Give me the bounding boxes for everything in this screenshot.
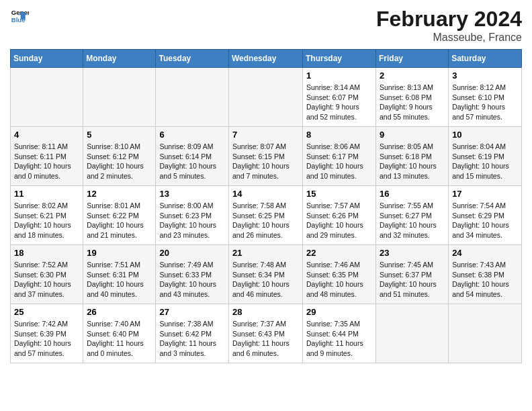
- week-row-3: 18Sunrise: 7:52 AMSunset: 6:30 PMDayligh…: [11, 245, 522, 304]
- day-info: Sunrise: 8:04 AMSunset: 6:19 PMDaylight:…: [452, 142, 518, 181]
- day-number: 12: [87, 189, 152, 199]
- calendar-cell: [229, 68, 303, 127]
- day-number: 11: [14, 189, 79, 199]
- calendar-cell: 14Sunrise: 7:58 AMSunset: 6:25 PMDayligh…: [229, 186, 303, 245]
- header-cell-tuesday: Tuesday: [156, 50, 229, 68]
- day-info: Sunrise: 7:35 AMSunset: 6:44 PMDaylight:…: [306, 319, 372, 359]
- title-area: February 2024 Masseube, France: [376, 7, 522, 44]
- calendar-cell: 11Sunrise: 8:02 AMSunset: 6:21 PMDayligh…: [11, 186, 83, 245]
- calendar-cell: 27Sunrise: 7:38 AMSunset: 6:42 PMDayligh…: [156, 304, 229, 363]
- day-info: Sunrise: 8:11 AMSunset: 6:11 PMDaylight:…: [14, 142, 79, 181]
- day-info: Sunrise: 7:48 AMSunset: 6:34 PMDaylight:…: [232, 260, 299, 300]
- calendar-cell: [83, 68, 156, 127]
- day-number: 6: [159, 130, 225, 140]
- day-info: Sunrise: 7:54 AMSunset: 6:29 PMDaylight:…: [452, 201, 518, 240]
- header-cell-thursday: Thursday: [303, 50, 376, 68]
- header-row: SundayMondayTuesdayWednesdayThursdayFrid…: [11, 50, 522, 68]
- calendar-cell: 16Sunrise: 7:55 AMSunset: 6:27 PMDayligh…: [376, 186, 449, 245]
- page-header: General Blue February 2024 Masseube, Fra…: [10, 7, 522, 44]
- day-info: Sunrise: 7:51 AMSunset: 6:31 PMDaylight:…: [87, 260, 152, 300]
- calendar-cell: 13Sunrise: 8:00 AMSunset: 6:23 PMDayligh…: [156, 186, 229, 245]
- day-number: 13: [159, 189, 225, 199]
- day-number: 18: [14, 248, 79, 258]
- logo: General Blue: [10, 7, 29, 26]
- day-number: 4: [14, 130, 79, 140]
- day-number: 15: [306, 189, 372, 199]
- day-number: 1: [306, 71, 372, 81]
- month-title: February 2024: [376, 7, 522, 32]
- day-number: 25: [14, 307, 79, 317]
- calendar-cell: 18Sunrise: 7:52 AMSunset: 6:30 PMDayligh…: [11, 245, 83, 304]
- svg-text:General: General: [11, 9, 29, 16]
- day-number: 23: [380, 248, 445, 258]
- calendar-cell: [11, 68, 83, 127]
- day-info: Sunrise: 8:09 AMSunset: 6:14 PMDaylight:…: [159, 142, 225, 181]
- calendar-body: 1Sunrise: 8:14 AMSunset: 6:07 PMDaylight…: [11, 68, 522, 363]
- calendar-cell: 15Sunrise: 7:57 AMSunset: 6:26 PMDayligh…: [303, 186, 376, 245]
- location: Masseube, France: [376, 32, 522, 44]
- calendar-cell: 23Sunrise: 7:45 AMSunset: 6:37 PMDayligh…: [376, 245, 449, 304]
- calendar-cell: 25Sunrise: 7:42 AMSunset: 6:39 PMDayligh…: [11, 304, 83, 363]
- calendar-cell: 12Sunrise: 8:01 AMSunset: 6:22 PMDayligh…: [83, 186, 156, 245]
- day-number: 21: [232, 248, 299, 258]
- day-info: Sunrise: 8:02 AMSunset: 6:21 PMDaylight:…: [14, 201, 79, 240]
- day-number: 27: [159, 307, 225, 317]
- day-number: 24: [452, 248, 518, 258]
- calendar-header: SundayMondayTuesdayWednesdayThursdayFrid…: [11, 50, 522, 68]
- day-info: Sunrise: 7:43 AMSunset: 6:38 PMDaylight:…: [452, 260, 518, 300]
- calendar-table: SundayMondayTuesdayWednesdayThursdayFrid…: [10, 49, 522, 363]
- header-cell-saturday: Saturday: [449, 50, 522, 68]
- calendar-cell: 7Sunrise: 8:07 AMSunset: 6:15 PMDaylight…: [229, 127, 303, 186]
- week-row-0: 1Sunrise: 8:14 AMSunset: 6:07 PMDaylight…: [11, 68, 522, 127]
- day-number: 10: [452, 130, 518, 140]
- day-info: Sunrise: 7:38 AMSunset: 6:42 PMDaylight:…: [159, 319, 225, 359]
- header-cell-sunday: Sunday: [11, 50, 83, 68]
- day-number: 28: [232, 307, 299, 317]
- calendar-cell: 5Sunrise: 8:10 AMSunset: 6:12 PMDaylight…: [83, 127, 156, 186]
- day-number: 14: [232, 189, 299, 199]
- calendar-cell: 9Sunrise: 8:05 AMSunset: 6:18 PMDaylight…: [376, 127, 449, 186]
- day-info: Sunrise: 7:37 AMSunset: 6:43 PMDaylight:…: [232, 319, 299, 359]
- calendar-cell: [156, 68, 229, 127]
- calendar-cell: 20Sunrise: 7:49 AMSunset: 6:33 PMDayligh…: [156, 245, 229, 304]
- calendar-cell: [376, 304, 449, 363]
- day-info: Sunrise: 8:12 AMSunset: 6:10 PMDaylight:…: [452, 83, 518, 122]
- header-cell-wednesday: Wednesday: [229, 50, 303, 68]
- calendar-cell: [449, 304, 522, 363]
- day-info: Sunrise: 7:58 AMSunset: 6:25 PMDaylight:…: [232, 201, 299, 240]
- day-info: Sunrise: 8:00 AMSunset: 6:23 PMDaylight:…: [159, 201, 225, 240]
- day-number: 22: [306, 248, 372, 258]
- day-info: Sunrise: 7:52 AMSunset: 6:30 PMDaylight:…: [14, 260, 79, 300]
- day-info: Sunrise: 7:57 AMSunset: 6:26 PMDaylight:…: [306, 201, 372, 240]
- day-number: 2: [380, 71, 445, 81]
- logo-icon: General Blue: [10, 7, 29, 26]
- day-info: Sunrise: 7:42 AMSunset: 6:39 PMDaylight:…: [14, 319, 79, 359]
- day-number: 19: [87, 248, 152, 258]
- calendar-cell: 19Sunrise: 7:51 AMSunset: 6:31 PMDayligh…: [83, 245, 156, 304]
- calendar-cell: 29Sunrise: 7:35 AMSunset: 6:44 PMDayligh…: [303, 304, 376, 363]
- calendar-cell: 1Sunrise: 8:14 AMSunset: 6:07 PMDaylight…: [303, 68, 376, 127]
- day-info: Sunrise: 8:10 AMSunset: 6:12 PMDaylight:…: [87, 142, 152, 181]
- day-info: Sunrise: 7:45 AMSunset: 6:37 PMDaylight:…: [380, 260, 445, 300]
- day-number: 5: [87, 130, 152, 140]
- calendar-cell: 6Sunrise: 8:09 AMSunset: 6:14 PMDaylight…: [156, 127, 229, 186]
- day-info: Sunrise: 7:46 AMSunset: 6:35 PMDaylight:…: [306, 260, 372, 300]
- day-info: Sunrise: 8:13 AMSunset: 6:08 PMDaylight:…: [380, 83, 445, 122]
- calendar-cell: 17Sunrise: 7:54 AMSunset: 6:29 PMDayligh…: [449, 186, 522, 245]
- day-info: Sunrise: 8:05 AMSunset: 6:18 PMDaylight:…: [380, 142, 445, 181]
- calendar-cell: 24Sunrise: 7:43 AMSunset: 6:38 PMDayligh…: [449, 245, 522, 304]
- calendar-cell: 3Sunrise: 8:12 AMSunset: 6:10 PMDaylight…: [449, 68, 522, 127]
- day-info: Sunrise: 8:07 AMSunset: 6:15 PMDaylight:…: [232, 142, 299, 181]
- header-cell-monday: Monday: [83, 50, 156, 68]
- calendar-cell: 8Sunrise: 8:06 AMSunset: 6:17 PMDaylight…: [303, 127, 376, 186]
- week-row-2: 11Sunrise: 8:02 AMSunset: 6:21 PMDayligh…: [11, 186, 522, 245]
- calendar-cell: 26Sunrise: 7:40 AMSunset: 6:40 PMDayligh…: [83, 304, 156, 363]
- day-number: 3: [452, 71, 518, 81]
- calendar-cell: 21Sunrise: 7:48 AMSunset: 6:34 PMDayligh…: [229, 245, 303, 304]
- day-number: 20: [159, 248, 225, 258]
- day-number: 8: [306, 130, 372, 140]
- header-cell-friday: Friday: [376, 50, 449, 68]
- day-info: Sunrise: 7:49 AMSunset: 6:33 PMDaylight:…: [159, 260, 225, 300]
- calendar-cell: 2Sunrise: 8:13 AMSunset: 6:08 PMDaylight…: [376, 68, 449, 127]
- day-info: Sunrise: 8:14 AMSunset: 6:07 PMDaylight:…: [306, 83, 372, 122]
